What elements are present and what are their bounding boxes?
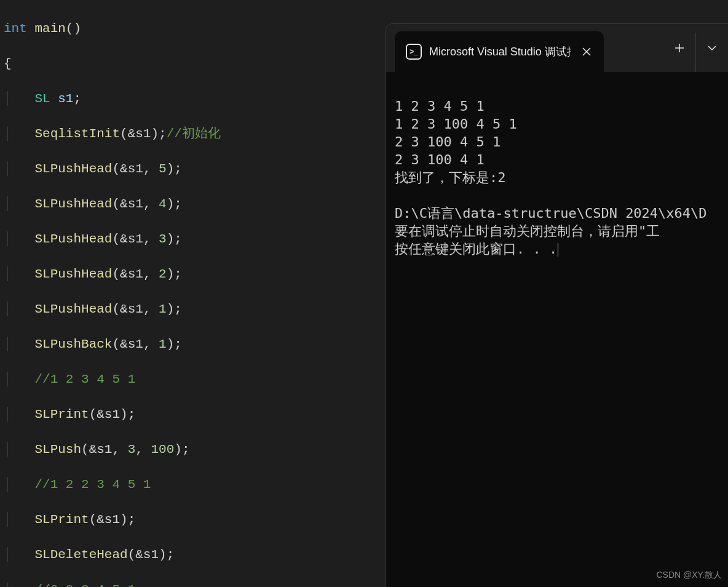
fn: SLPushHead xyxy=(34,162,112,176)
close-tab-button[interactable] xyxy=(578,43,595,60)
chevron-down-icon xyxy=(707,43,717,53)
fn: SLPushHead xyxy=(34,267,112,281)
num: 3 xyxy=(159,232,167,246)
fn-seqlistinit: SeqlistInit xyxy=(34,127,120,141)
function-main: main xyxy=(34,22,65,36)
arg: &s1 xyxy=(120,337,143,351)
fn: SLPushHead xyxy=(34,197,112,211)
console-output[interactable]: 1 2 3 4 5 1 1 2 3 100 4 5 1 2 3 100 4 5 … xyxy=(386,72,728,276)
fn: SLPrint xyxy=(34,407,89,421)
type-SL: SL xyxy=(34,92,50,106)
parens: () xyxy=(66,22,81,36)
arg: &s1 xyxy=(97,513,120,527)
console-line: 要在调试停止时自动关闭控制台，请启用"工 xyxy=(395,223,660,239)
num: 2 xyxy=(159,267,167,281)
console-line: 2 3 100 4 5 1 xyxy=(395,134,501,150)
console-titlebar[interactable]: >_ Microsoft Visual Studio 调试控 xyxy=(386,24,728,72)
arg: &s1 xyxy=(128,127,151,141)
fn: SLDeleteHead xyxy=(34,548,127,562)
terminal-icon: >_ xyxy=(406,44,422,60)
fn: SLPrint xyxy=(34,513,89,527)
comment: //1 2 3 4 5 1 xyxy=(34,372,135,386)
comment: //1 2 2 3 4 5 1 xyxy=(34,477,151,492)
fn: SLPush xyxy=(34,442,81,457)
dropdown-button[interactable] xyxy=(696,24,728,72)
arg: &s1 xyxy=(97,407,120,421)
arg: &s1 xyxy=(120,232,143,246)
num: 100 xyxy=(151,442,175,457)
console-line: 1 2 3 100 4 5 1 xyxy=(395,116,517,132)
console-tab[interactable]: >_ Microsoft Visual Studio 调试控 xyxy=(395,31,604,72)
watermark: CSDN @XY.散人 xyxy=(656,570,722,581)
brace-open: { xyxy=(4,57,12,71)
plus-icon xyxy=(675,43,684,53)
console-line: 2 3 100 4 1 xyxy=(395,152,485,167)
debug-console-window: >_ Microsoft Visual Studio 调试控 1 2 3 4 5… xyxy=(386,23,728,587)
arg: &s1 xyxy=(120,197,143,211)
console-line: 1 2 3 4 5 1 xyxy=(395,98,485,114)
fn: SLPushHead xyxy=(34,232,112,246)
arg: &s1 xyxy=(135,548,159,562)
fn: SLPushHead xyxy=(34,302,112,316)
new-tab-button[interactable] xyxy=(663,24,695,72)
comment: //2 2 3 4 5 1 xyxy=(34,583,135,588)
arg: &s1 xyxy=(120,267,143,281)
tab-title: Microsoft Visual Studio 调试控 xyxy=(429,44,571,59)
fn: SLPushBack xyxy=(34,337,112,351)
console-line: 按任意键关闭此窗口. . . xyxy=(395,241,557,257)
keyword-int: int xyxy=(4,22,27,36)
num: 5 xyxy=(159,162,167,176)
arg: &s1 xyxy=(120,302,143,316)
console-line: 找到了，下标是:2 xyxy=(395,170,506,185)
arg: &s1 xyxy=(120,162,143,176)
num: 4 xyxy=(159,197,167,211)
num: 1 xyxy=(159,302,167,316)
var-s1: s1 xyxy=(58,92,73,106)
close-icon xyxy=(582,47,591,56)
cursor xyxy=(558,243,558,257)
arg: &s1 xyxy=(89,442,113,457)
comment-init: //初始化 xyxy=(167,127,221,141)
console-line: D:\C语言\data-structrue\CSDN 2024\x64\D xyxy=(395,206,707,221)
num: 1 xyxy=(159,337,167,351)
num: 3 xyxy=(128,442,136,457)
